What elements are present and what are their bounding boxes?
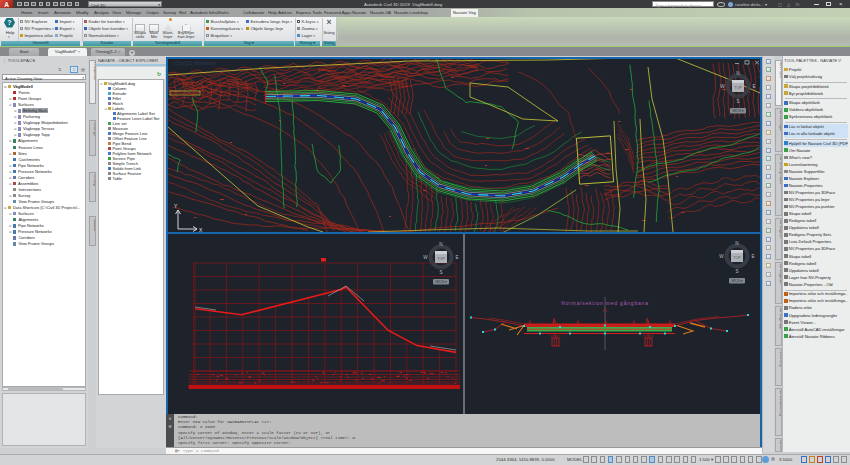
svg-text:N: N xyxy=(736,71,739,76)
svg-text:E: E xyxy=(752,84,755,89)
svg-text:WCS ▾: WCS ▾ xyxy=(732,109,743,113)
svg-text:W: W xyxy=(423,255,428,260)
svg-text:TOP: TOP xyxy=(734,86,742,90)
svg-text:N: N xyxy=(439,242,442,247)
svg-text:TOP: TOP xyxy=(733,256,741,260)
svg-text:TOP: TOP xyxy=(437,257,445,261)
svg-text:E: E xyxy=(455,255,458,260)
svg-text:S: S xyxy=(736,99,739,104)
svg-text:E: E xyxy=(751,254,754,259)
svg-text:WCS ▾: WCS ▾ xyxy=(435,280,446,284)
svg-text:WCS ▾: WCS ▾ xyxy=(731,279,742,283)
svg-text:S: S xyxy=(439,270,442,275)
svg-text:S: S xyxy=(735,269,738,274)
svg-text:W: W xyxy=(720,84,725,89)
svg-text:N: N xyxy=(735,241,738,246)
svg-text:[-][Top][2D Wireframe]: [-][Top][2D Wireframe] xyxy=(172,61,216,66)
svg-text:W: W xyxy=(719,254,724,259)
